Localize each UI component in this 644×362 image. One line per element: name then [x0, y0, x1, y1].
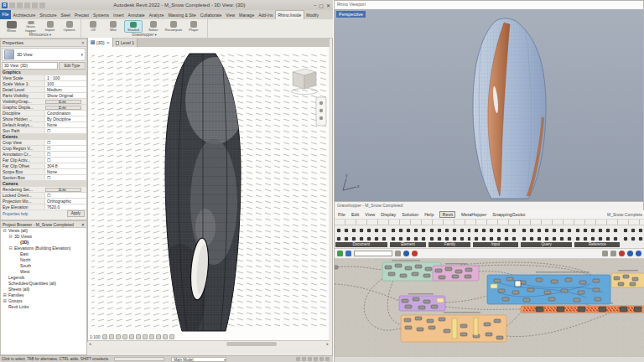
slider-node[interactable] [474, 318, 478, 335]
face-select-icon[interactable] [319, 357, 324, 361]
view-scale[interactable]: 1:100 [90, 334, 101, 339]
tab-modify[interactable]: Modify [304, 11, 321, 19]
browser-item-schedules[interactable]: Schedules/Quantities (all) [1, 281, 86, 287]
property-row[interactable]: Far Clip Offset304.8 [1, 163, 86, 169]
find-input[interactable] [354, 251, 392, 256]
property-row[interactable]: Locked Orient...☐ [1, 193, 86, 199]
properties-help-link[interactable]: Properties help [3, 212, 28, 216]
menu-view[interactable]: View [365, 212, 375, 217]
horizontal-scrollbar[interactable]: ◂ ▸ [88, 340, 330, 346]
minimize-button[interactable]: – [314, 3, 316, 8]
sun-path-icon[interactable] [116, 334, 121, 339]
navigation-bar[interactable] [316, 97, 326, 126]
crop-view-icon[interactable] [129, 334, 134, 339]
open-file-icon[interactable] [337, 251, 343, 256]
property-row[interactable]: Sun Path☐ [1, 128, 86, 134]
property-row[interactable]: Far Clip Activ...☐ [1, 158, 86, 163]
gh-group-yellow[interactable] [611, 273, 644, 287]
menu-revit[interactable]: Revit [439, 211, 455, 218]
property-row[interactable]: Crop View☐ [1, 140, 86, 146]
gh-group-redstrip[interactable] [521, 306, 644, 313]
analytical-model-icon[interactable] [163, 334, 168, 339]
browser-item-south[interactable]: South [1, 263, 86, 269]
browser-item-3d-views[interactable]: ⊟3D Views [1, 234, 86, 240]
solver-button[interactable]: Solver [144, 20, 163, 33]
preview-settings-icon[interactable] [602, 251, 608, 256]
tab-rhino-inside[interactable]: Rhino.Inside [275, 10, 304, 19]
print-icon[interactable] [39, 3, 45, 8]
preview-wire-button[interactable]: Wire [104, 20, 122, 33]
close-icon[interactable]: ✕ [81, 222, 85, 227]
property-row[interactable]: Eye Elevation7620.0 [1, 204, 86, 210]
tab-add-ins[interactable]: Add-Ins [257, 11, 275, 19]
open-icon[interactable] [9, 3, 15, 8]
preview-shaded-button[interactable]: Shaded [124, 20, 143, 33]
browser-item-groups[interactable]: ⊞Groups [1, 298, 86, 304]
property-row[interactable]: Visibility/Grap...Edit... [1, 99, 86, 105]
undo-icon[interactable] [24, 3, 30, 8]
close-icon[interactable]: ✕ [106, 40, 110, 45]
property-row[interactable]: Annotation Cr...☐ [1, 152, 86, 158]
component-icons[interactable] [335, 226, 387, 244]
bake-icon[interactable] [636, 251, 641, 256]
scrollbar-thumb[interactable] [226, 342, 277, 346]
redo-icon[interactable] [32, 3, 38, 8]
tab-collaborate[interactable]: Collaborate [198, 11, 224, 19]
rhino-viewport[interactable]: x y [335, 9, 643, 201]
close-button[interactable]: ✕ [326, 3, 330, 8]
tab-view[interactable]: View [224, 11, 237, 19]
view-tab-level1[interactable]: Level 1 [113, 39, 138, 47]
component-icons[interactable] [521, 226, 573, 244]
component-icons[interactable] [622, 226, 644, 244]
constraints-icon[interactable] [169, 334, 174, 339]
edge-node[interactable] [335, 266, 338, 269]
zoom-defaults-icon[interactable] [395, 251, 401, 256]
gh-group-orange[interactable] [401, 315, 506, 342]
menu-metahopper[interactable]: MetaHopper [461, 212, 486, 217]
crop-region-icon[interactable] [136, 334, 141, 339]
underlay-select-icon[interactable] [308, 357, 312, 361]
property-row[interactable]: Scope BoxNone [1, 169, 86, 175]
scroll-left-icon[interactable]: ◂ [89, 341, 91, 347]
maximize-button[interactable]: ▢ [319, 3, 324, 8]
property-row[interactable]: Detail LevelMedium [1, 87, 86, 93]
selected-node[interactable] [515, 281, 521, 287]
temporary-view-icon[interactable] [156, 334, 161, 339]
property-row[interactable]: Projection Mo...Orthographic [1, 199, 86, 204]
property-row[interactable]: Default Analys...None [1, 122, 86, 128]
document-selector[interactable]: M_Snow Completed [607, 212, 642, 217]
workset-dropdown[interactable]: Main Model ▾ [171, 357, 226, 362]
tab-file[interactable]: File [0, 10, 11, 19]
view-tab-3d[interactable]: {3D} ✕ [88, 38, 113, 47]
player-button[interactable]: Player [184, 20, 203, 33]
menu-solution[interactable]: Solution [402, 212, 418, 217]
panel-label-rhinoceros[interactable]: Rhinoceros ▾ [0, 33, 80, 38]
browser-item-west[interactable]: West [1, 269, 86, 275]
edit-type-button[interactable]: Edit Type [59, 62, 86, 70]
property-row[interactable]: Crop Region V...☐ [1, 146, 86, 152]
property-row[interactable]: Show Hidden ...By Discipline [1, 116, 86, 122]
property-row[interactable]: Rendering Set...Edit... [1, 187, 86, 193]
pin-icon[interactable]: ✕ [81, 40, 85, 45]
tab-annotate[interactable]: Annotate [126, 11, 147, 19]
property-row[interactable]: Section Box☐ [1, 175, 86, 181]
gh-group-teal[interactable] [382, 262, 441, 281]
design-option-field[interactable] [114, 357, 164, 361]
sketch-tool-icon[interactable] [403, 251, 409, 256]
save-icon[interactable] [17, 3, 23, 8]
component-icons[interactable] [473, 226, 518, 244]
tab-analyze[interactable]: Analyze [147, 11, 166, 19]
viewport-title[interactable]: Perspective [336, 11, 366, 18]
menu-help[interactable]: Help [424, 212, 434, 217]
properties-header[interactable]: Properties ✕ [1, 39, 86, 47]
apply-button[interactable]: Apply [67, 210, 85, 217]
component-category-tabs[interactable] [335, 220, 644, 225]
browser-item-revit-links[interactable]: Revit Links [1, 304, 86, 310]
browser-item-families[interactable]: ⊞Families [1, 292, 86, 298]
revit-drawing-area[interactable]: {3D} ✕ Level 1 [87, 38, 329, 342]
tab-architecture[interactable]: Architecture [11, 11, 38, 19]
pinned-select-icon[interactable] [314, 357, 318, 361]
property-row[interactable]: Parts VisibilityShow Original [1, 93, 86, 99]
detail-level-icon[interactable] [102, 334, 107, 339]
recompute-button[interactable]: Recompute [164, 20, 183, 33]
